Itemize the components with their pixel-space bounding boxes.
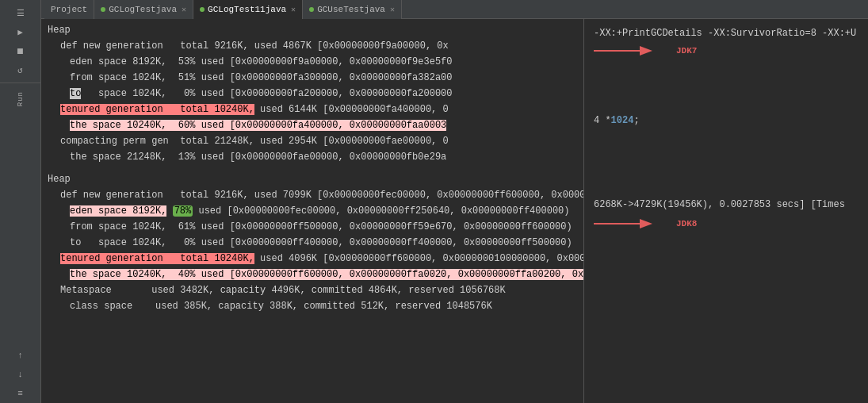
gcstats-text: 6268K->4729K(19456K), 0.0027853 secs] [T… — [594, 197, 845, 213]
code-line-def-new-gen2: def new generation total 9216K, used 709… — [41, 187, 583, 203]
code-line-to1: to space 1024K, 0% used [0x00000000fa200… — [41, 86, 583, 102]
code-line-from1: from space 1024K, 51% used [0x00000000fa… — [41, 70, 583, 86]
jdk8-arrow-svg — [594, 216, 673, 232]
right-line-jdk7: JDK7 — [594, 43, 858, 59]
sidebar: ☰ ▶ ⏹ ↺ Run ↑ ↓ ≡ — [0, 0, 41, 403]
tab-gclogtest11-label: GCLogTest11java — [208, 5, 286, 14]
code-line-thespace1: the space 10240K, 60% used [0x00000000fa… — [41, 117, 583, 133]
run-label: Run — [17, 91, 25, 106]
tab-gclogtest-label: GCLogTestjava — [109, 5, 177, 14]
sidebar-icon-list[interactable]: ≡ — [10, 385, 32, 402]
right-content: -XX:+PrintGCDetails -XX:SurvivorRatio=8 … — [594, 25, 858, 232]
tab-gcusetest-close[interactable]: ✕ — [390, 5, 395, 14]
tab-gcusetest[interactable]: GCUseTestjava ✕ — [303, 0, 402, 19]
sidebar-icon-3[interactable]: ⏹ — [10, 42, 32, 59]
code-line-eden2: eden space 8192K, 78% used [0x00000000fe… — [41, 203, 583, 219]
sidebar-icon-4[interactable]: ↺ — [10, 61, 32, 79]
tab-gcusetest-label: GCUseTestjava — [317, 5, 385, 14]
sidebar-icon-arrow-up[interactable]: ↑ — [10, 347, 32, 364]
jdk8-label: JDK8 — [676, 216, 697, 232]
code-line-compacting1: compacting perm gen total 21248K, used 2… — [41, 133, 583, 149]
main-panel: Project GCLogTestjava ✕ GCLogTest11java … — [41, 0, 868, 403]
tab-gclogtest11[interactable]: GCLogTest11java ✕ — [193, 0, 303, 19]
right-panel: -XX:+PrintGCDetails -XX:SurvivorRatio=8 … — [584, 19, 868, 403]
code-line-thespace-perm1: the space 21248K, 13% used [0x00000000fa… — [41, 149, 583, 165]
sidebar-icon-1[interactable]: ☰ — [10, 4, 32, 21]
tabs-row: Project GCLogTestjava ✕ GCLogTest11java … — [41, 0, 868, 19]
code-line-from2: from space 1024K, 61% used [0x00000000ff… — [41, 219, 583, 235]
tab-gclogtest-close[interactable]: ✕ — [182, 5, 186, 14]
tab-gclogtest[interactable]: GCLogTestjava ✕ — [94, 0, 193, 19]
right-line-jdk8: JDK8 — [594, 216, 858, 232]
tab-gclogtest-dot — [101, 7, 105, 12]
code-line-classspace: class space used 385K, capacity 388K, co… — [41, 298, 583, 314]
code-line-thespace2: the space 10240K, 40% used [0x00000000ff… — [41, 267, 583, 282]
tab-gclogtest11-close[interactable]: ✕ — [291, 5, 296, 14]
jdk7-label: JDK7 — [676, 43, 697, 59]
tab-gcusetest-dot — [309, 7, 314, 12]
sidebar-icon-arrow-down[interactable]: ↓ — [10, 366, 32, 383]
jdk7-arrow-svg — [594, 43, 673, 59]
code-line-tenured1: tenured generation total 10240K, used 61… — [41, 102, 583, 117]
code-line-metaspace: Metaspace used 3482K, capacity 4496K, co… — [41, 282, 583, 298]
right-line-gcstats: 6268K->4729K(19456K), 0.0027853 secs] [T… — [594, 197, 858, 213]
flags-text: -XX:+PrintGCDetails -XX:SurvivorRatio=8 … — [594, 25, 856, 41]
code-line-tenured2: tenured generation total 10240K, used 40… — [41, 251, 583, 267]
heap1-header: Heap — [41, 22, 583, 38]
code-panel[interactable]: Heap def new generation total 9216K, use… — [41, 19, 584, 403]
code-line-eden1: eden space 8192K, 53% used [0x00000000f9… — [41, 54, 583, 70]
tab-project-label: Project — [51, 5, 87, 14]
multiply-suffix: ; — [633, 113, 639, 129]
tab-gclogtest11-dot — [200, 7, 205, 12]
heap2-header: Heap — [41, 171, 583, 187]
right-line-flags: -XX:+PrintGCDetails -XX:SurvivorRatio=8 … — [594, 25, 858, 41]
code-line-def-new-gen: def new generation total 9216K, used 486… — [41, 38, 583, 54]
tab-project[interactable]: Project — [44, 0, 94, 19]
right-line-multiply: 4 * 1024; — [594, 108, 858, 133]
multiply-val: 1024 — [611, 113, 634, 129]
content-area: Heap def new generation total 9216K, use… — [41, 19, 868, 403]
code-line-to2: to space 1024K, 0% used [0x00000000ff400… — [41, 235, 583, 251]
sidebar-icon-2[interactable]: ▶ — [10, 23, 32, 40]
multiply-prefix: 4 * — [594, 113, 611, 129]
